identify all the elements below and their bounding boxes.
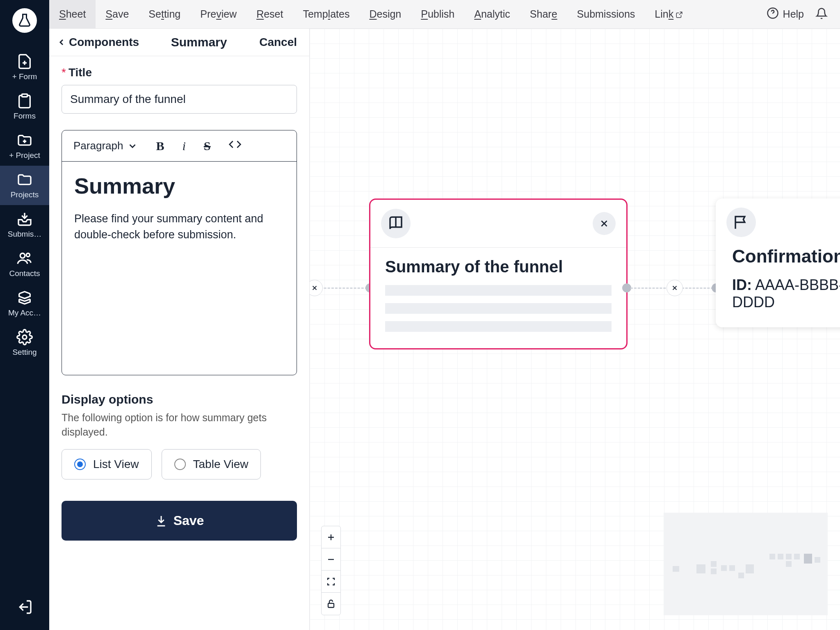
menu-save[interactable]: Save	[96, 0, 139, 28]
paragraph-style-dropdown[interactable]: Paragraph	[73, 139, 138, 152]
canvas-node-confirmation[interactable]: Confirmation ID: AAAA-BBBB-CCCC-DDDD	[716, 199, 840, 327]
strikethrough-button[interactable]: S	[204, 139, 211, 153]
menu-preview[interactable]: Preview	[190, 0, 247, 28]
left-sidebar: + Form Forms + Project Projects Submis… …	[0, 0, 49, 630]
svg-point-1	[20, 253, 25, 258]
menu-link[interactable]: Link	[645, 0, 693, 28]
code-button[interactable]	[228, 138, 242, 154]
svg-point-2	[26, 253, 30, 257]
placeholder-line	[385, 303, 612, 314]
menu-submissions[interactable]: Submissions	[567, 0, 645, 28]
app-logo	[12, 8, 37, 33]
external-link-icon	[673, 8, 683, 20]
italic-button[interactable]: i	[182, 139, 185, 153]
svg-rect-0	[22, 94, 27, 97]
node-title: Summary of the funnel	[385, 258, 612, 276]
display-options-title: Display options	[62, 393, 297, 406]
placeholder-line	[385, 321, 612, 332]
nav-contacts[interactable]: Contacts	[0, 244, 49, 284]
save-button[interactable]: Save	[62, 501, 297, 541]
help-icon	[767, 7, 779, 22]
menu-publish[interactable]: Publish	[411, 0, 464, 28]
menu-share[interactable]: Share	[520, 0, 567, 28]
radio-unchecked-icon	[174, 459, 186, 470]
back-to-components[interactable]: Components	[57, 36, 139, 49]
menu-setting[interactable]: Setting	[139, 0, 190, 28]
editor-heading: Summary	[74, 173, 284, 199]
nav-submissions[interactable]: Submis…	[0, 205, 49, 244]
bold-button[interactable]: B	[156, 139, 164, 153]
edge-delete-button[interactable]	[310, 280, 323, 296]
property-panel: Components Summary Cancel *Title Paragra…	[49, 29, 310, 630]
svg-point-3	[23, 335, 27, 339]
zoom-out-button[interactable]	[322, 548, 340, 571]
nav-setting[interactable]: Setting	[0, 323, 49, 363]
flow-canvas[interactable]: Summary of the funnel Confirmation ID: A…	[310, 29, 840, 630]
menu-design[interactable]: Design	[359, 0, 411, 28]
display-option-table[interactable]: Table View	[162, 449, 261, 479]
nav-forms[interactable]: Forms	[0, 87, 49, 126]
panel-title: Summary	[171, 35, 227, 49]
menu-analytic[interactable]: Analytic	[464, 0, 520, 28]
rich-text-editor: Paragraph B i S Summary Please find your…	[62, 130, 297, 375]
canvas-node-summary[interactable]: Summary of the funnel	[369, 199, 628, 349]
placeholder-line	[385, 285, 612, 296]
book-icon	[381, 209, 411, 238]
svg-rect-5	[328, 603, 334, 607]
fit-view-button[interactable]	[322, 571, 340, 593]
title-field-label: *Title	[62, 66, 297, 79]
lock-toggle-button[interactable]	[322, 593, 340, 615]
help-button[interactable]: Help	[767, 7, 804, 22]
edge-delete-button[interactable]	[667, 280, 683, 296]
nav-add-form[interactable]: + Form	[0, 48, 49, 87]
menu-templates[interactable]: Templates	[293, 0, 359, 28]
cancel-button[interactable]: Cancel	[259, 36, 297, 49]
canvas-controls	[321, 526, 341, 615]
menu-reset[interactable]: Reset	[247, 0, 293, 28]
display-options-desc: The following option is for how summary …	[62, 411, 297, 439]
nav-my-account[interactable]: My Acc…	[0, 284, 49, 323]
zoom-in-button[interactable]	[322, 526, 340, 548]
node-confirmation-id: ID: AAAA-BBBB-CCCC-DDDD	[732, 276, 840, 311]
canvas-minimap[interactable]	[664, 513, 828, 615]
nav-logout[interactable]	[0, 593, 49, 630]
notifications-button[interactable]	[815, 7, 828, 21]
menu-sheet[interactable]: Sheet	[49, 0, 96, 28]
title-input[interactable]	[62, 85, 297, 114]
nav-projects[interactable]: Projects	[0, 166, 49, 205]
chevron-down-icon	[127, 141, 138, 151]
radio-checked-icon	[74, 459, 86, 470]
node-title: Confirmation	[732, 246, 840, 267]
top-menu-bar: Sheet Save Setting Preview Reset Templat…	[49, 0, 840, 29]
editor-content[interactable]: Summary Please find your summary content…	[62, 162, 297, 375]
edge-port[interactable]	[622, 283, 631, 292]
flag-icon	[726, 208, 756, 237]
nav-add-project[interactable]: + Project	[0, 126, 49, 166]
download-icon	[155, 514, 168, 527]
node-close-button[interactable]	[593, 212, 616, 235]
editor-paragraph: Please find your summary content and dou…	[74, 211, 284, 243]
display-option-list[interactable]: List View	[62, 449, 152, 479]
